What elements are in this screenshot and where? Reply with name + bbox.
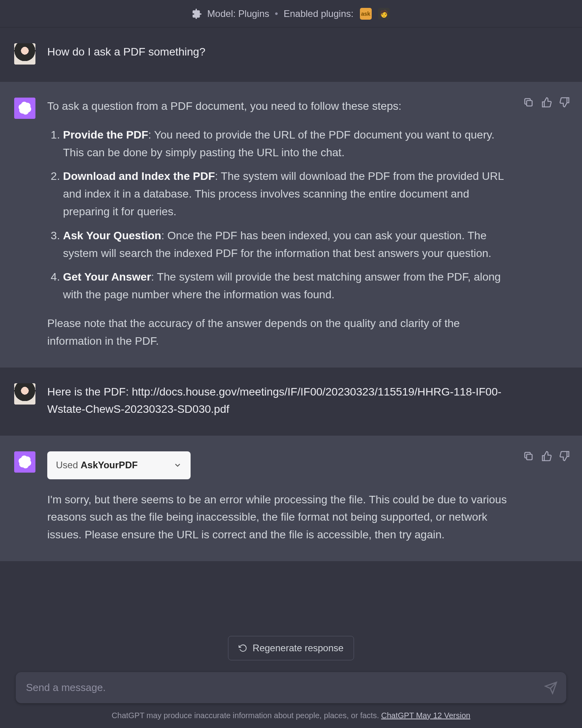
message-actions [523, 451, 570, 462]
disclaimer: ChatGPT may produce inaccurate informati… [16, 703, 566, 723]
assistant-avatar [14, 451, 35, 473]
user-message-text: How do I ask a PDF something? [47, 43, 568, 65]
list-item: Get Your Answer: The system will provide… [63, 268, 513, 304]
thumbs-down-icon[interactable] [559, 451, 570, 462]
copy-icon[interactable] [523, 97, 534, 108]
user-avatar [14, 383, 35, 405]
list-item: Provide the PDF: You need to provide the… [63, 126, 513, 162]
chevron-down-icon [173, 461, 182, 469]
thumbs-down-icon[interactable] [559, 97, 570, 108]
assistant-avatar [14, 98, 35, 119]
message-input[interactable] [26, 682, 539, 694]
plugin-tool-disclosure[interactable]: Used AskYourPDF [47, 451, 191, 479]
send-icon[interactable] [544, 681, 558, 695]
list-item: Download and Index the PDF: The system w… [63, 168, 513, 220]
composer-area: Regenerate response ChatGPT may produce … [0, 628, 582, 728]
svg-rect-1 [526, 454, 532, 460]
enabled-plugins-label: Enabled plugins: [284, 8, 353, 19]
conversation: How do I ask a PDF something? To ask a q… [0, 28, 582, 628]
message-actions [523, 97, 570, 108]
copy-icon[interactable] [523, 451, 534, 462]
thumbs-up-icon[interactable] [541, 451, 552, 462]
regenerate-icon [239, 644, 247, 652]
regenerate-button[interactable]: Regenerate response [228, 636, 354, 660]
model-label: Model: Plugins [207, 8, 269, 19]
assistant-message: Used AskYourPDF I'm sorry, but there see… [0, 436, 582, 561]
plugins-icon [192, 9, 202, 19]
steps-list: Provide the PDF: You need to provide the… [47, 126, 513, 304]
thumbs-up-icon[interactable] [541, 97, 552, 108]
svg-rect-0 [526, 100, 532, 106]
user-message: How do I ask a PDF something? [0, 28, 582, 82]
assistant-message-text: Used AskYourPDF I'm sorry, but there see… [47, 451, 568, 544]
assistant-message: To ask a question from a PDF document, y… [0, 82, 582, 368]
model-bar: Model: Plugins • Enabled plugins: ask 🧑 [0, 0, 582, 28]
plugin-badge-1[interactable]: ask [360, 8, 372, 20]
version-link[interactable]: ChatGPT May 12 Version [381, 711, 470, 720]
list-item: Ask Your Question: Once the PDF has been… [63, 227, 513, 262]
assistant-message-text: To ask a question from a PDF document, y… [47, 98, 568, 350]
user-avatar [14, 43, 35, 65]
user-message: Here is the PDF: http://docs.house.gov/m… [0, 368, 582, 436]
plugin-badge-2[interactable]: 🧑 [378, 8, 390, 20]
message-input-container[interactable] [16, 672, 566, 703]
separator-dot: • [274, 8, 279, 19]
user-message-text: Here is the PDF: http://docs.house.gov/m… [47, 383, 568, 419]
